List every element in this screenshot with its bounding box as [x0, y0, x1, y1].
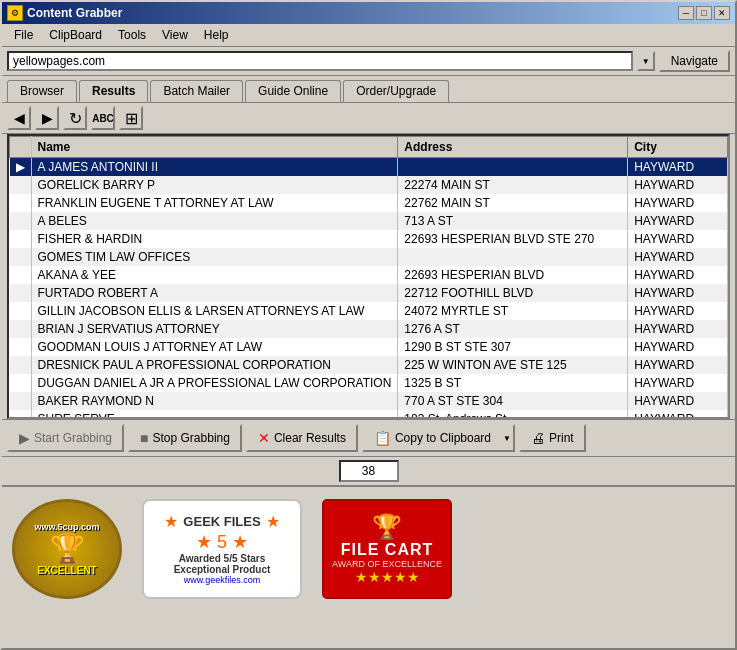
toolbar: ◀ ▶ ↻ ABC ⊞	[2, 102, 735, 134]
maximize-button[interactable]: □	[696, 6, 712, 20]
award-5cup-badge: www.5cup.com 🏆 EXCELLENT	[12, 499, 122, 599]
row-name: BRIAN J SERVATIUS ATTORNEY	[31, 320, 398, 338]
table-row[interactable]: GILLIN JACOBSON ELLIS & LARSEN ATTORNEYS…	[10, 302, 728, 320]
filecart-figure-icon: 🏆	[372, 513, 402, 541]
minimize-button[interactable]: ─	[678, 6, 694, 20]
start-grabbing-button[interactable]: ▶ Start Grabbing	[7, 424, 124, 452]
row-indicator	[10, 230, 32, 248]
row-name: GOODMAN LOUIS J ATTORNEY AT LAW	[31, 338, 398, 356]
tab-guide-online[interactable]: Guide Online	[245, 80, 341, 102]
table-row[interactable]: GORELICK BARRY P22274 MAIN STHAYWARD	[10, 176, 728, 194]
table-row[interactable]: BRIAN J SERVATIUS ATTORNEY1276 A STHAYWA…	[10, 320, 728, 338]
row-indicator	[10, 212, 32, 230]
refresh-button[interactable]: ↻	[63, 106, 87, 130]
award-geek-files: ★ GEEK FILES ★ ★ 5 ★ Awarded 5/5 Stars E…	[142, 499, 302, 599]
table-row[interactable]: GOMES TIM LAW OFFICESHAYWARD	[10, 248, 728, 266]
row-address: 22693 HESPERIAN BLVD STE 270	[398, 230, 628, 248]
clear-results-button[interactable]: ✕ Clear Results	[246, 424, 358, 452]
row-name: GILLIN JACOBSON ELLIS & LARSEN ATTORNEYS…	[31, 302, 398, 320]
col-address-header[interactable]: Address	[398, 137, 628, 158]
status-bar: 38	[2, 456, 735, 485]
table-row[interactable]: BAKER RAYMOND N770 A ST STE 304HAYWARD	[10, 392, 728, 410]
row-address: 22762 MAIN ST	[398, 194, 628, 212]
award-5cup-site: www.5cup.com	[34, 522, 99, 532]
row-name: A BELES	[31, 212, 398, 230]
row-name: FISHER & HARDIN	[31, 230, 398, 248]
row-city: HAYWARD	[628, 212, 728, 230]
row-indicator	[10, 410, 32, 419]
record-count: 38	[339, 460, 399, 482]
menu-help[interactable]: Help	[196, 26, 237, 44]
table-row[interactable]: ▶A JAMES ANTONINI IIHAYWARD	[10, 158, 728, 177]
row-address: 1276 A ST	[398, 320, 628, 338]
row-indicator	[10, 266, 32, 284]
tab-results[interactable]: Results	[79, 80, 148, 102]
clipboard-icon: 📋	[374, 430, 391, 446]
url-dropdown-button[interactable]: ▼	[637, 51, 655, 71]
close-button[interactable]: ✕	[714, 6, 730, 20]
row-address	[398, 248, 628, 266]
row-indicator	[10, 338, 32, 356]
row-address: 770 A ST STE 304	[398, 392, 628, 410]
row-indicator	[10, 176, 32, 194]
table-row[interactable]: A BELES713 A STHAYWARD	[10, 212, 728, 230]
row-name: FURTADO ROBERT A	[31, 284, 398, 302]
geek-title: GEEK FILES	[183, 514, 260, 529]
copy-clipboard-button[interactable]: 📋 Copy to Clipboard	[362, 424, 503, 452]
main-window: ⚙ Content Grabber ─ □ ✕ File ClipBoard T…	[0, 0, 737, 650]
row-indicator	[10, 302, 32, 320]
row-indicator	[10, 248, 32, 266]
row-city: HAYWARD	[628, 266, 728, 284]
table-row[interactable]: FISHER & HARDIN22693 HESPERIAN BLVD STE …	[10, 230, 728, 248]
row-name: A JAMES ANTONINI II	[31, 158, 398, 177]
copy-clipboard-group: 📋 Copy to Clipboard ▼	[362, 424, 515, 452]
menu-clipboard[interactable]: ClipBoard	[41, 26, 110, 44]
back-button[interactable]: ◀	[7, 106, 31, 130]
forward-button[interactable]: ▶	[35, 106, 59, 130]
results-table-container[interactable]: Name Address City ▶A JAMES ANTONINI IIHA…	[7, 134, 730, 419]
filecart-title: FILE CART	[341, 541, 434, 559]
title-bar-left: ⚙ Content Grabber	[7, 5, 122, 21]
table-row[interactable]: DRESNICK PAUL A PROFESSIONAL CORPORATION…	[10, 356, 728, 374]
print-button[interactable]: 🖨 Print	[519, 424, 586, 452]
menu-tools[interactable]: Tools	[110, 26, 154, 44]
row-name: GORELICK BARRY P	[31, 176, 398, 194]
table-row[interactable]: GOODMAN LOUIS J ATTORNEY AT LAW1290 B ST…	[10, 338, 728, 356]
geek-text2: Exceptional Product	[174, 564, 271, 575]
geek-site: www.geekfiles.com	[184, 575, 261, 585]
award-5cup-label: EXCELLENT	[37, 565, 96, 576]
stop-grabbing-button[interactable]: ■ Stop Grabbing	[128, 424, 242, 452]
table-row[interactable]: SURE SERVE183 St. Andrews St.HAYWARD	[10, 410, 728, 419]
menu-view[interactable]: View	[154, 26, 196, 44]
col-name-header[interactable]: Name	[31, 137, 398, 158]
tab-browser[interactable]: Browser	[7, 80, 77, 102]
tab-batch-mailer[interactable]: Batch Mailer	[150, 80, 243, 102]
print-icon: 🖨	[531, 430, 545, 446]
spell-check-button[interactable]: ABC	[91, 106, 115, 130]
tab-order-upgrade[interactable]: Order/Upgrade	[343, 80, 449, 102]
col-city-header[interactable]: City	[628, 137, 728, 158]
table-row[interactable]: DUGGAN DANIEL A JR A PROFESSIONAL LAW CO…	[10, 374, 728, 392]
navigate-button[interactable]: Navigate	[659, 50, 730, 72]
row-city: HAYWARD	[628, 392, 728, 410]
table-row[interactable]: AKANA & YEE22693 HESPERIAN BLVDHAYWARD	[10, 266, 728, 284]
clipboard-dropdown-button[interactable]: ▼	[501, 424, 515, 452]
row-city: HAYWARD	[628, 356, 728, 374]
menu-file[interactable]: File	[6, 26, 41, 44]
row-indicator	[10, 356, 32, 374]
row-name: GOMES TIM LAW OFFICES	[31, 248, 398, 266]
row-city: HAYWARD	[628, 320, 728, 338]
row-indicator	[10, 194, 32, 212]
extra-button[interactable]: ⊞	[119, 106, 143, 130]
row-city: HAYWARD	[628, 410, 728, 419]
table-row[interactable]: FURTADO ROBERT A22712 FOOTHILL BLVDHAYWA…	[10, 284, 728, 302]
results-table: Name Address City ▶A JAMES ANTONINI IIHA…	[9, 136, 728, 419]
row-name: DUGGAN DANIEL A JR A PROFESSIONAL LAW CO…	[31, 374, 398, 392]
url-input[interactable]	[7, 51, 633, 71]
row-address: 1290 B ST STE 307	[398, 338, 628, 356]
table-row[interactable]: FRANKLIN EUGENE T ATTORNEY AT LAW22762 M…	[10, 194, 728, 212]
geek-text1: Awarded 5/5 Stars	[179, 553, 266, 564]
row-name: FRANKLIN EUGENE T ATTORNEY AT LAW	[31, 194, 398, 212]
geek-header: ★ GEEK FILES ★	[164, 512, 279, 531]
row-address: 1325 B ST	[398, 374, 628, 392]
